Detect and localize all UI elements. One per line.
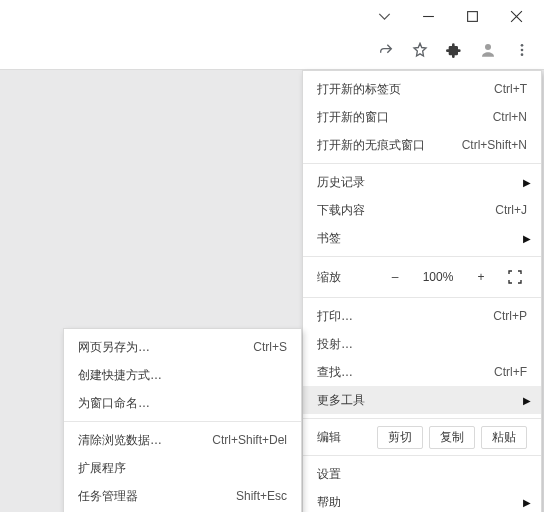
- menu-item-label: 创建快捷方式…: [78, 367, 287, 384]
- menu-divider: [303, 163, 541, 164]
- menu-item-label: 打开新的无痕式窗口: [317, 137, 452, 154]
- menu-item-label: 打印…: [317, 308, 483, 325]
- menu-item-label: 打开新的窗口: [317, 109, 483, 126]
- edit-row: 编辑剪切复制粘贴: [303, 423, 541, 451]
- menu-item[interactable]: 创建快捷方式…: [64, 361, 301, 389]
- menu-item-shortcut: Ctrl+T: [494, 82, 527, 96]
- submenu-arrow-icon: ▶: [523, 497, 531, 508]
- svg-point-3: [521, 49, 524, 52]
- menu-divider: [303, 297, 541, 298]
- menu-item[interactable]: 清除浏览数据…Ctrl+Shift+Del: [64, 426, 301, 454]
- menu-item-label: 扩展程序: [78, 460, 287, 477]
- window-minimize-button[interactable]: [406, 0, 450, 32]
- main-menu: 打开新的标签页Ctrl+T打开新的窗口Ctrl+N打开新的无痕式窗口Ctrl+S…: [302, 70, 542, 512]
- menu-item[interactable]: 打印…Ctrl+P: [303, 302, 541, 330]
- menu-item-label: 设置: [317, 466, 527, 483]
- menu-item[interactable]: 帮助▶: [303, 488, 541, 512]
- menu-item[interactable]: 查找…Ctrl+F: [303, 358, 541, 386]
- menu-divider: [303, 455, 541, 456]
- menu-divider: [303, 256, 541, 257]
- menu-item[interactable]: 打开新的窗口Ctrl+N: [303, 103, 541, 131]
- svg-point-1: [485, 44, 491, 50]
- submenu-arrow-icon: ▶: [523, 395, 531, 406]
- window-titlebar: [0, 0, 544, 32]
- more-icon[interactable]: [506, 34, 538, 66]
- menu-item[interactable]: 任务管理器Shift+Esc: [64, 482, 301, 510]
- zoom-row: 缩放–100%+: [303, 261, 541, 293]
- profile-icon[interactable]: [472, 34, 504, 66]
- menu-item[interactable]: 书签▶: [303, 224, 541, 252]
- svg-point-4: [521, 53, 524, 56]
- zoom-value: 100%: [417, 270, 459, 284]
- menu-item-label: 更多工具: [317, 392, 527, 409]
- menu-item[interactable]: 投射…: [303, 330, 541, 358]
- copy-button[interactable]: 复制: [429, 426, 475, 449]
- menu-item[interactable]: 打开新的标签页Ctrl+T: [303, 75, 541, 103]
- menu-item[interactable]: 更多工具▶: [303, 386, 541, 414]
- menu-item-label: 投射…: [317, 336, 527, 353]
- zoom-in-button[interactable]: +: [469, 265, 493, 289]
- menu-item-shortcut: Ctrl+P: [493, 309, 527, 323]
- edit-label: 编辑: [317, 429, 341, 446]
- window-maximize-button[interactable]: [450, 0, 494, 32]
- menu-item-label: 任务管理器: [78, 488, 226, 505]
- tab-dropdown-button[interactable]: [362, 0, 406, 32]
- menu-item[interactable]: 打开新的无痕式窗口Ctrl+Shift+N: [303, 131, 541, 159]
- more-tools-submenu: 网页另存为…Ctrl+S创建快捷方式…为窗口命名…清除浏览数据…Ctrl+Shi…: [63, 328, 302, 512]
- menu-item-label: 查找…: [317, 364, 484, 381]
- window-close-button[interactable]: [494, 0, 538, 32]
- menu-item[interactable]: 下载内容Ctrl+J: [303, 196, 541, 224]
- zoom-label: 缩放: [317, 269, 341, 286]
- share-icon[interactable]: [370, 34, 402, 66]
- star-icon[interactable]: [404, 34, 436, 66]
- puzzle-icon[interactable]: [438, 34, 470, 66]
- menu-item-label: 打开新的标签页: [317, 81, 484, 98]
- menu-item-shortcut: Ctrl+S: [253, 340, 287, 354]
- menu-item-label: 网页另存为…: [78, 339, 243, 356]
- menu-item-shortcut: Ctrl+J: [495, 203, 527, 217]
- svg-point-2: [521, 44, 524, 47]
- menu-item[interactable]: 网页另存为…Ctrl+S: [64, 333, 301, 361]
- fullscreen-icon[interactable]: [503, 265, 527, 289]
- menu-item[interactable]: 扩展程序: [64, 454, 301, 482]
- menu-item-shortcut: Shift+Esc: [236, 489, 287, 503]
- menu-item-shortcut: Ctrl+Shift+N: [462, 138, 527, 152]
- menu-item-shortcut: Ctrl+N: [493, 110, 527, 124]
- menu-item-shortcut: Ctrl+Shift+Del: [212, 433, 287, 447]
- zoom-out-button[interactable]: –: [383, 265, 407, 289]
- paste-button[interactable]: 粘贴: [481, 426, 527, 449]
- svg-rect-0: [467, 11, 477, 21]
- menu-item-label: 为窗口命名…: [78, 395, 287, 412]
- menu-item[interactable]: 设置: [303, 460, 541, 488]
- menu-item[interactable]: 为窗口命名…: [64, 389, 301, 417]
- menu-item-label: 清除浏览数据…: [78, 432, 202, 449]
- menu-item-shortcut: Ctrl+F: [494, 365, 527, 379]
- menu-item-label: 帮助: [317, 494, 527, 511]
- submenu-arrow-icon: ▶: [523, 177, 531, 188]
- menu-item-label: 历史记录: [317, 174, 527, 191]
- cut-button[interactable]: 剪切: [377, 426, 423, 449]
- submenu-arrow-icon: ▶: [523, 233, 531, 244]
- menu-item[interactable]: 历史记录▶: [303, 168, 541, 196]
- menu-divider: [64, 421, 301, 422]
- menu-item-label: 下载内容: [317, 202, 485, 219]
- content-area: 打开新的标签页Ctrl+T打开新的窗口Ctrl+N打开新的无痕式窗口Ctrl+S…: [0, 69, 544, 512]
- menu-item-label: 书签: [317, 230, 527, 247]
- menu-divider: [303, 418, 541, 419]
- browser-toolbar: [0, 32, 544, 69]
